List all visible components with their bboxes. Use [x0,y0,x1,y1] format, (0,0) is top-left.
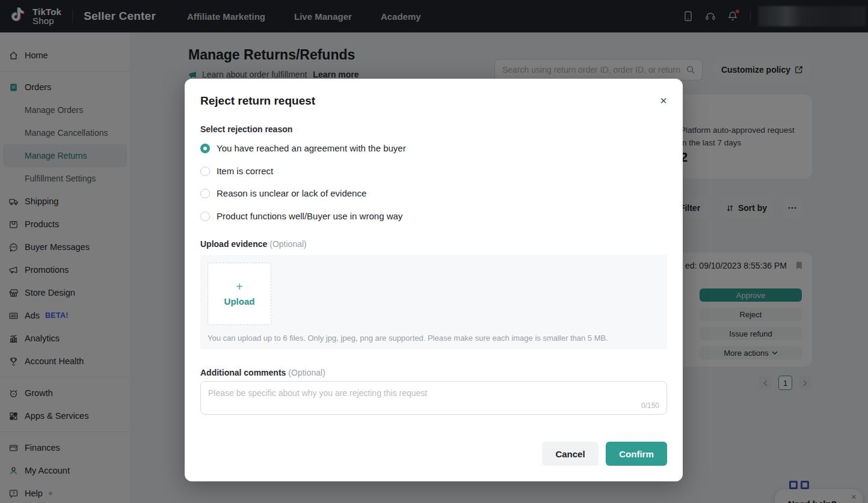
comments-field-wrap: 0/150 [200,381,667,415]
reason-option-wrong-use[interactable]: Product functions well/Buyer use in wron… [200,211,402,221]
char-counter: 0/150 [641,401,659,410]
additional-comments-label: Additional comments(Optional) [200,368,325,377]
reason-option-label: Reason is unclear or lack of evidence [217,188,366,198]
reason-option-item-correct[interactable]: Item is correct [200,166,273,176]
rejection-reason-label: Select rejection reason [200,124,292,134]
upload-panel: + Upload You can upload up to 6 files. O… [200,255,667,349]
reject-return-modal: Reject return request ✕ Select rejection… [185,79,683,481]
reason-option-label: You have reached an agreement with the b… [217,143,406,153]
reason-option-unclear[interactable]: Reason is unclear or lack of evidence [200,188,366,198]
modal-title: Reject return request [200,94,315,108]
radio-selected-icon[interactable] [200,144,210,153]
modal-close-icon[interactable]: ✕ [656,93,671,109]
comments-textarea[interactable] [201,382,666,403]
upload-optional-text: (Optional) [269,239,306,249]
app-screen: TikTok Shop Seller Center Affiliate Mark… [0,0,868,503]
upload-button-label: Upload [224,296,255,306]
radio-unselected-icon[interactable] [200,189,210,198]
reason-option-label: Product functions well/Buyer use in wron… [217,211,402,221]
upload-hint-text: You can upload up to 6 files. Only jpg, … [208,334,608,343]
cancel-button[interactable]: Cancel [542,442,599,466]
comments-optional-text: (Optional) [288,368,325,377]
upload-dropzone[interactable]: + Upload [208,263,271,325]
upload-evidence-text: Upload evidence [200,239,267,249]
confirm-button[interactable]: Confirm [606,442,667,466]
additional-comments-text: Additional comments [200,368,286,377]
plus-icon: + [236,281,243,292]
radio-unselected-icon[interactable] [200,166,210,176]
reason-option-agreement[interactable]: You have reached an agreement with the b… [200,143,406,153]
reason-option-label: Item is correct [217,166,273,176]
radio-unselected-icon[interactable] [200,212,210,221]
upload-evidence-label: Upload evidence(Optional) [200,239,307,249]
